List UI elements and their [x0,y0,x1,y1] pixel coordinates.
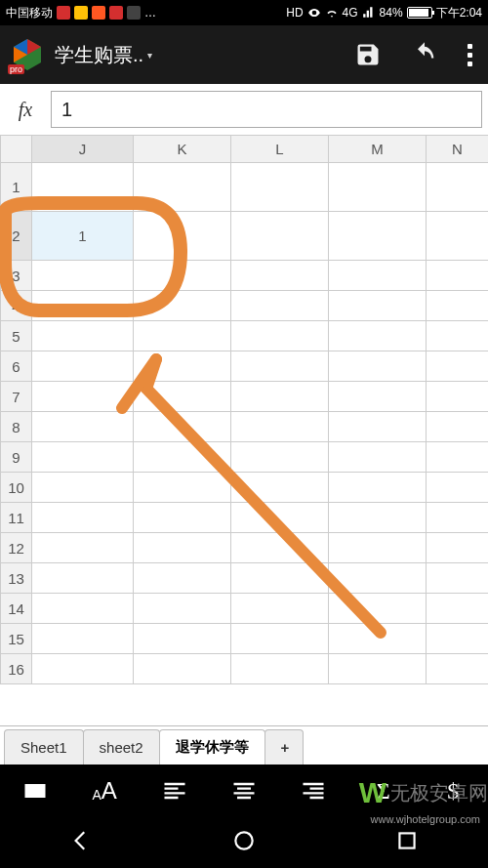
cell-M10[interactable] [329,473,427,503]
nav-back-icon[interactable] [68,828,94,857]
sheet-tab-1[interactable]: Sheet1 [4,729,84,765]
row-header-2[interactable]: 2 [1,212,32,261]
cell-K7[interactable] [134,382,231,412]
sum-icon[interactable]: Σ [367,774,400,807]
cell-N14[interactable] [427,594,489,624]
cell-L14[interactable] [231,594,329,624]
cell-M9[interactable] [329,442,427,473]
cell-L8[interactable] [231,412,329,442]
cell-K11[interactable] [134,503,231,533]
nav-recent-icon[interactable] [394,828,420,857]
cell-M13[interactable] [329,563,427,594]
cell-J9[interactable] [32,442,134,473]
row-header-6[interactable]: 6 [1,351,32,382]
cell-K14[interactable] [134,594,231,624]
currency-icon[interactable]: $ [436,774,469,807]
cell-N12[interactable] [427,533,489,563]
cell-M3[interactable] [329,261,427,291]
cell-K13[interactable] [134,563,231,594]
column-header-M[interactable]: M [329,136,427,163]
cell-N5[interactable] [427,321,489,351]
cell-M2[interactable] [329,212,427,261]
cell-K3[interactable] [134,261,231,291]
cell-J15[interactable] [32,624,134,654]
cell-N16[interactable] [427,654,489,684]
cell-M14[interactable] [329,594,427,624]
cell-L15[interactable] [231,624,329,654]
cell-M6[interactable] [329,351,427,382]
cell-N13[interactable] [427,563,489,594]
sheet-tab-3[interactable]: 退学休学等 [159,729,265,765]
cell-M11[interactable] [329,503,427,533]
cell-K12[interactable] [134,533,231,563]
cell-L3[interactable] [231,261,329,291]
cell-K8[interactable] [134,412,231,442]
cell-J4[interactable] [32,291,134,321]
cell-L11[interactable] [231,503,329,533]
row-header-3[interactable]: 3 [1,261,32,291]
cell-L6[interactable] [231,351,329,382]
cell-N6[interactable] [427,351,489,382]
align-left-icon[interactable] [158,774,191,807]
cell-J16[interactable] [32,654,134,684]
cell-N3[interactable] [427,261,489,291]
sheet-tab-2[interactable]: sheet2 [83,729,160,765]
cell-J13[interactable] [32,563,134,594]
row-header-1[interactable]: 1 [1,163,32,212]
row-header-15[interactable]: 15 [1,624,32,654]
cell-N10[interactable] [427,473,489,503]
cell-J5[interactable] [32,321,134,351]
align-center-icon[interactable] [227,774,261,807]
column-header-L[interactable]: L [231,136,329,163]
cell-J3[interactable] [32,261,134,291]
cell-N15[interactable] [427,624,489,654]
row-header-9[interactable]: 9 [1,442,32,473]
cell-L9[interactable] [231,442,329,473]
row-header-4[interactable]: 4 [1,291,32,321]
cell-J11[interactable] [32,503,134,533]
cell-K9[interactable] [134,442,231,473]
add-sheet-button[interactable]: + [264,729,304,765]
cell-K4[interactable] [134,291,231,321]
cell-N4[interactable] [427,291,489,321]
cell-L2[interactable] [231,212,329,261]
overflow-menu-icon[interactable] [468,44,472,66]
select-all-corner[interactable] [1,136,32,163]
cell-L7[interactable] [231,382,329,412]
cell-K1[interactable] [134,163,231,212]
cell-M5[interactable] [329,321,427,351]
cell-K10[interactable] [134,473,231,503]
row-header-5[interactable]: 5 [1,321,32,351]
row-header-8[interactable]: 8 [1,412,32,442]
font-format-icon[interactable]: AA [88,774,121,807]
column-header-N[interactable]: N [427,136,489,163]
cell-N7[interactable] [427,382,489,412]
cell-N11[interactable] [427,503,489,533]
cell-K16[interactable] [134,654,231,684]
row-header-14[interactable]: 14 [1,594,32,624]
cell-M7[interactable] [329,382,427,412]
cell-M16[interactable] [329,654,427,684]
formula-input[interactable] [51,91,482,128]
cell-M1[interactable] [329,163,427,212]
cell-L13[interactable] [231,563,329,594]
cell-J8[interactable] [32,412,134,442]
cell-J7[interactable] [32,382,134,412]
cell-M12[interactable] [329,533,427,563]
row-header-7[interactable]: 7 [1,382,32,412]
cell-K6[interactable] [134,351,231,382]
undo-icon[interactable] [411,41,438,68]
align-right-icon[interactable] [297,774,330,807]
column-header-K[interactable]: K [134,136,231,163]
cell-K15[interactable] [134,624,231,654]
cell-N8[interactable] [427,412,489,442]
cell-M4[interactable] [329,291,427,321]
cell-L4[interactable] [231,291,329,321]
app-logo[interactable]: pro [8,35,47,74]
cell-N9[interactable] [427,442,489,473]
nav-home-icon[interactable] [231,828,257,857]
cell-J14[interactable] [32,594,134,624]
cell-N2[interactable] [427,212,489,261]
cell-L1[interactable] [231,163,329,212]
cell-J1[interactable] [32,163,134,212]
